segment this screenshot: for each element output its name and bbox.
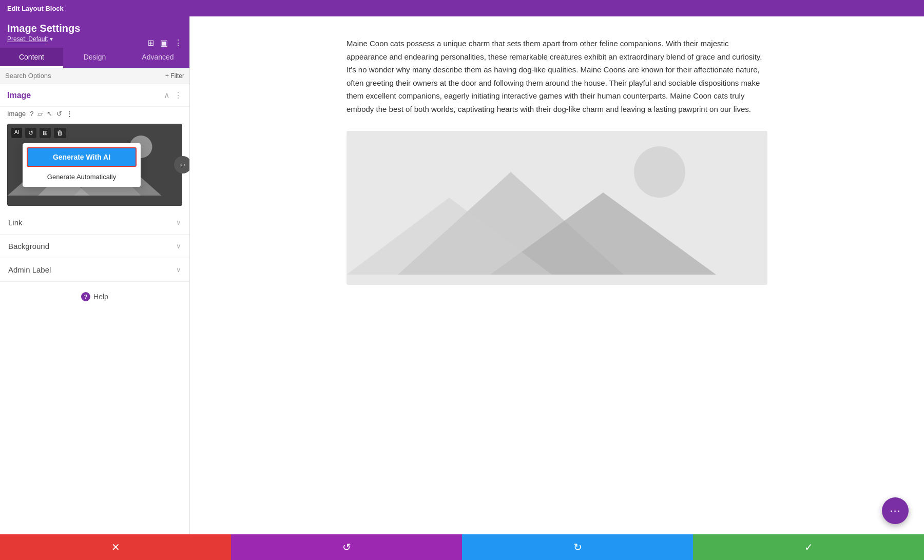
image-preview-container: AI ↺ ⊞ 🗑 Generate With AI Generate Autom… bbox=[7, 124, 182, 206]
main-layout: Image Settings Preset: Default ▾ ⊞ ▣ ⋮ C… bbox=[0, 16, 924, 534]
article-image-placeholder bbox=[346, 131, 767, 285]
sidebar-header: Image Settings Preset: Default ▾ ⊞ ▣ ⋮ bbox=[0, 16, 189, 48]
admin-label: Admin Label bbox=[8, 265, 51, 274]
save-icon: ✓ bbox=[804, 541, 813, 553]
image-toolbar: Image ? ▱ ↖ ↺ ⋮ bbox=[0, 107, 189, 121]
image-section-header: Image ∧ ⋮ bbox=[0, 84, 189, 107]
admin-label-chevron-icon: ∨ bbox=[176, 266, 181, 274]
section-icons: ∧ ⋮ bbox=[164, 90, 182, 100]
background-label: Background bbox=[8, 242, 49, 250]
ai-copy-icon[interactable]: ⊞ bbox=[40, 128, 51, 138]
ai-icon-label: AI bbox=[11, 128, 22, 138]
undo-button[interactable]: ↺ bbox=[231, 534, 462, 560]
filter-button[interactable]: + Filter bbox=[165, 72, 184, 80]
image-label: Image bbox=[7, 110, 26, 118]
help-tooltip-icon[interactable]: ? bbox=[30, 110, 33, 118]
image-more-icon[interactable]: ⋮ bbox=[66, 110, 73, 118]
tab-advanced[interactable]: Advanced bbox=[126, 48, 189, 68]
bottom-toolbar: ✕ ↺ ↻ ✓ bbox=[0, 534, 924, 560]
expand-icon[interactable]: ⊞ bbox=[147, 38, 154, 48]
content-area: Maine Coon cats possess a unique charm t… bbox=[190, 16, 924, 534]
background-section-header[interactable]: Background ∨ bbox=[0, 235, 189, 258]
redo-icon: ↻ bbox=[573, 541, 582, 553]
top-bar-title: Edit Layout Block bbox=[7, 5, 64, 12]
discard-icon: ✕ bbox=[111, 541, 120, 553]
tab-design[interactable]: Design bbox=[63, 48, 126, 68]
ai-delete-icon[interactable]: 🗑 bbox=[54, 128, 66, 138]
more-icon[interactable]: ⋮ bbox=[174, 38, 182, 48]
ai-refresh-icon[interactable]: ↺ bbox=[25, 128, 36, 138]
fab-button[interactable]: ··· bbox=[882, 497, 909, 524]
article-text: Maine Coon cats possess a unique charm t… bbox=[346, 37, 767, 115]
cursor-icon[interactable]: ↖ bbox=[47, 110, 52, 118]
undo-icon: ↺ bbox=[342, 541, 351, 553]
top-bar: Edit Layout Block bbox=[0, 0, 924, 16]
search-input[interactable] bbox=[5, 72, 165, 80]
sidebar-header-icons: ⊞ ▣ ⋮ bbox=[147, 38, 182, 48]
sidebar-title: Image Settings bbox=[7, 23, 182, 34]
search-bar: + Filter bbox=[0, 68, 189, 84]
background-section: Background ∨ bbox=[0, 235, 189, 258]
collapse-icon[interactable]: ∧ bbox=[164, 90, 170, 100]
discard-button[interactable]: ✕ bbox=[0, 534, 231, 560]
save-button[interactable]: ✓ bbox=[693, 534, 924, 560]
help-label[interactable]: Help bbox=[93, 293, 108, 301]
section-more-icon[interactable]: ⋮ bbox=[174, 90, 182, 100]
redo-button[interactable]: ↻ bbox=[462, 534, 693, 560]
resize-handle[interactable]: ↔ bbox=[174, 156, 190, 173]
link-section-header[interactable]: Link ∨ bbox=[0, 211, 189, 234]
image-section-title: Image bbox=[7, 91, 31, 100]
generate-automatically-button[interactable]: Generate Automatically bbox=[23, 169, 141, 187]
admin-label-section-header[interactable]: Admin Label ∨ bbox=[0, 258, 189, 281]
reset-icon[interactable]: ↺ bbox=[56, 110, 62, 118]
device-icon[interactable]: ▱ bbox=[37, 110, 43, 118]
sidebar: Image Settings Preset: Default ▾ ⊞ ▣ ⋮ C… bbox=[0, 16, 190, 534]
help-question-icon: ? bbox=[81, 292, 90, 301]
tab-content[interactable]: Content bbox=[0, 48, 63, 68]
admin-label-section: Admin Label ∨ bbox=[0, 258, 189, 282]
svg-point-10 bbox=[634, 146, 685, 198]
link-label: Link bbox=[8, 218, 23, 227]
background-chevron-icon: ∨ bbox=[176, 242, 181, 250]
tabs: Content Design Advanced bbox=[0, 48, 189, 68]
ai-toolbar: AI ↺ ⊞ 🗑 bbox=[11, 128, 66, 138]
layout-icon[interactable]: ▣ bbox=[160, 38, 168, 48]
link-section: Link ∨ bbox=[0, 211, 189, 235]
link-chevron-icon: ∨ bbox=[176, 219, 181, 226]
generate-with-ai-button[interactable]: Generate With AI bbox=[27, 147, 137, 167]
article-placeholder-svg bbox=[346, 131, 767, 285]
ai-dropdown-popup: Generate With AI Generate Automatically bbox=[23, 143, 141, 187]
help-section: ? Help bbox=[0, 282, 189, 312]
